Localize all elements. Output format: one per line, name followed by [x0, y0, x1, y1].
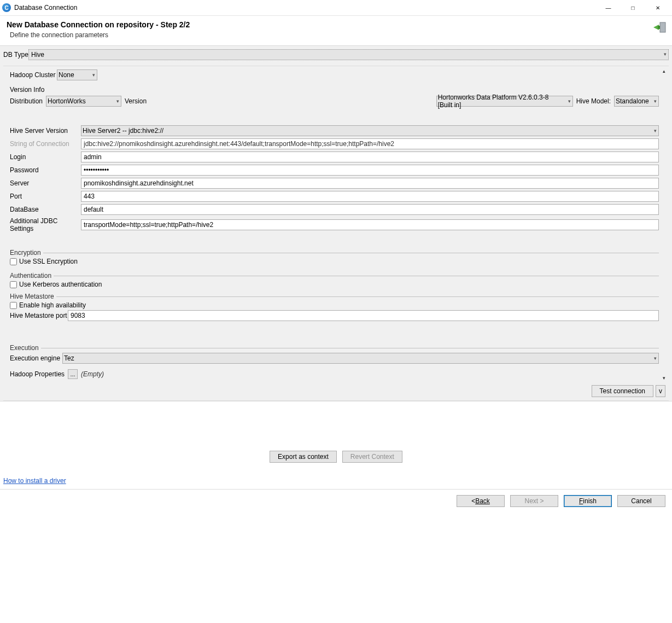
minimize-button[interactable]: — [596, 0, 621, 15]
hadoop-cluster-label: Hadoop Cluster [10, 71, 57, 79]
login-field[interactable] [81, 152, 659, 162]
app-icon: C [2, 3, 11, 12]
version-info-row: Distribution HortonWorks ▾ Version Horto… [10, 96, 659, 107]
metastore-port-field[interactable] [68, 310, 659, 321]
execution-engine-row: Execution engine Tez ▾ [10, 353, 659, 364]
distribution-label: Distribution [10, 97, 43, 105]
server-field[interactable] [81, 178, 659, 189]
jdbc-settings-field[interactable] [81, 219, 659, 230]
chevron-down-icon: ▾ [92, 72, 95, 78]
ssl-label: Use SSL Encryption [19, 258, 78, 265]
execution-engine-value: Tez [64, 354, 74, 362]
password-label: Password [10, 166, 81, 174]
hadoop-cluster-row: Hadoop Cluster None ▾ [10, 69, 659, 80]
dbtype-value: Hive [31, 51, 44, 59]
window-title: Database Connection [14, 4, 596, 11]
version-info-box: Version Info Distribution HortonWorks ▾ … [10, 83, 659, 107]
dbtype-label: DB Type [3, 51, 28, 59]
jdbc-settings-label: Additional JDBC Settings [10, 217, 81, 232]
scroll-down-icon[interactable]: ▾ [660, 374, 668, 382]
hive-model-value: Standalone [616, 97, 649, 105]
connection-string-field [81, 138, 659, 149]
encryption-title: Encryption [10, 249, 43, 257]
chevron-down-icon: ▾ [654, 128, 657, 133]
kerberos-label: Use Kerberos authentication [19, 281, 102, 288]
form-body: DB Type Hive ▾ ▴ ▾ Hadoop Cluster None ▾… [0, 46, 672, 401]
window-controls: — □ ✕ [596, 0, 670, 15]
encryption-group: Encryption Use SSL Encryption [10, 249, 659, 267]
hive-server-version-label: Hive Server Version [10, 127, 81, 135]
scroll-pane: ▴ ▾ Hadoop Cluster None ▾ Version Info D… [3, 66, 669, 383]
titlebar: C Database Connection — □ ✕ [0, 0, 672, 15]
scroll-up-icon[interactable]: ▴ [660, 67, 668, 75]
chevron-down-icon: ▾ [568, 98, 571, 104]
revert-context-button: Revert Context [342, 451, 402, 463]
hadoop-cluster-select[interactable]: None ▾ [57, 69, 97, 80]
execution-title: Execution [10, 344, 41, 352]
hadoop-properties-row: Hadoop Properties ... (Empty) [10, 369, 659, 379]
wizard-header: New Database Connection on repository - … [0, 15, 672, 46]
test-connection-menu-button[interactable]: v [656, 385, 665, 397]
version-info-title: Version Info [10, 86, 659, 94]
wizard-footer: < Back Next > Finish Cancel [0, 489, 672, 515]
execution-group: Execution Execution engine Tez ▾ [10, 344, 659, 366]
dbtype-select[interactable]: Hive ▾ [28, 49, 669, 60]
kerberos-checkbox[interactable] [10, 281, 17, 288]
hadoop-cluster-value: None [59, 71, 74, 79]
port-label: Port [10, 193, 81, 200]
maximize-button[interactable]: □ [621, 0, 645, 15]
connection-string-label: String of Connection [10, 140, 81, 148]
svg-rect-3 [658, 26, 660, 29]
connection-fields: Hive Server Version Hive Server2 -- jdbc… [10, 125, 659, 232]
ssl-checkbox[interactable] [10, 258, 17, 265]
back-label: Back [475, 497, 490, 505]
chevron-down-icon: ▾ [116, 98, 119, 104]
version-value: Hortonworks Data Platform V2.6.0.3-8 [Bu… [438, 94, 564, 109]
metastore-port-label: Hive Metastore port [10, 312, 68, 319]
close-button[interactable]: ✕ [645, 0, 670, 15]
ha-checkbox-row[interactable]: Enable high availability [10, 301, 659, 309]
install-driver-link[interactable]: How to install a driver [3, 477, 66, 485]
metastore-title: Hive Metastore [10, 293, 56, 300]
execution-engine-label: Execution engine [10, 354, 60, 362]
login-label: Login [10, 153, 81, 161]
version-label: Version [125, 97, 147, 105]
dbtype-row: DB Type Hive ▾ [3, 48, 669, 63]
hadoop-properties-label: Hadoop Properties [10, 370, 65, 378]
ssl-checkbox-row[interactable]: Use SSL Encryption [10, 258, 659, 265]
back-button[interactable]: < Back [457, 495, 505, 507]
hive-server-version-value: Hive Server2 -- jdbc:hive2:// [83, 127, 163, 135]
hive-model-select[interactable]: Standalone ▾ [614, 96, 659, 107]
cancel-button[interactable]: Cancel [617, 495, 665, 507]
chevron-down-icon: ▾ [654, 356, 657, 361]
finish-button[interactable]: Finish [564, 495, 612, 507]
database-field[interactable] [81, 204, 659, 215]
driver-link-area: How to install a driver [0, 477, 672, 489]
page-subtitle: Define the connection parameters [7, 31, 665, 39]
hive-server-version-select[interactable]: Hive Server2 -- jdbc:hive2:// ▾ [81, 125, 659, 136]
port-field[interactable] [81, 191, 659, 202]
authentication-title: Authentication [10, 272, 54, 280]
test-connection-button[interactable]: Test connection [592, 385, 653, 397]
password-field[interactable] [81, 165, 659, 176]
distribution-select[interactable]: HortonWorks ▾ [46, 96, 121, 107]
test-connection-row: Test connection v [3, 383, 669, 401]
hive-model-label: Hive Model: [576, 97, 611, 105]
execution-engine-select[interactable]: Tez ▾ [62, 353, 659, 364]
export-context-button[interactable]: Export as context [270, 451, 337, 463]
metastore-port-row: Hive Metastore port [10, 310, 659, 321]
next-button: Next > [510, 495, 558, 507]
chevron-down-icon: ▾ [664, 51, 667, 57]
kerberos-checkbox-row[interactable]: Use Kerberos authentication [10, 281, 659, 288]
wizard-banner-icon [652, 20, 667, 34]
server-label: Server [10, 179, 81, 187]
context-buttons: Export as context Revert Context [0, 401, 672, 477]
ha-checkbox[interactable] [10, 302, 17, 309]
page-title: New Database Connection on repository - … [7, 20, 665, 29]
ha-label: Enable high availability [19, 301, 86, 309]
chevron-down-icon: ▾ [654, 98, 657, 104]
hadoop-properties-button[interactable]: ... [68, 369, 78, 379]
hadoop-properties-note: (Empty) [81, 370, 104, 378]
authentication-group: Authentication Use Kerberos authenticati… [10, 272, 659, 290]
version-select[interactable]: Hortonworks Data Platform V2.6.0.3-8 [Bu… [436, 96, 573, 107]
